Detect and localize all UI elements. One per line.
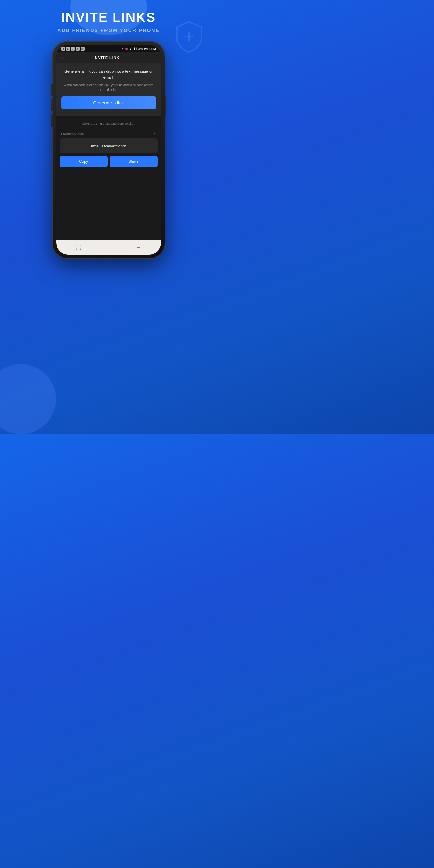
single-use-text: Links are single-use and don't expire. (82, 122, 135, 125)
link-actions: Copy Share (60, 156, 158, 167)
phone-outer-shell: ⚙ ▣ M ▨ ▤ ✦ 🔇 ▲ ▐▐ 96% 2:13 PM ‹ I (53, 42, 165, 258)
close-link-button[interactable]: ✕ (153, 132, 156, 136)
battery-percent: 96% (138, 48, 143, 50)
status-right-info: ✦ 🔇 ▲ ▐▐ 96% 2:13 PM (121, 47, 156, 51)
link-url-box: https://s.team/kmtqddk (60, 138, 158, 153)
status-icon-5: ▤ (81, 47, 85, 51)
app-nav-bar: ‹ INVITE LINK (56, 52, 161, 63)
android-nav-bar: ⬚ □ ← (56, 240, 161, 255)
status-icon-3: M (71, 47, 75, 51)
sub-title: ADD FRIENDS FROM YOUR PHONE (57, 27, 160, 34)
created-date: Created 5/7/2019 (61, 132, 84, 136)
nav-title: INVITE LINK (63, 56, 151, 60)
status-icon-2: ▣ (66, 47, 70, 51)
status-icon-1: ⚙ (61, 47, 65, 51)
link-url: https://s.team/kmtqddk (91, 144, 126, 148)
phone-notch (96, 45, 121, 48)
bluetooth-icon: ✦ (121, 48, 123, 50)
status-left-icons: ⚙ ▣ M ▨ ▤ (61, 47, 85, 51)
phone-screen: ⚙ ▣ M ▨ ▤ ✦ 🔇 ▲ ▐▐ 96% 2:13 PM ‹ I (56, 45, 161, 255)
bottom-space (56, 167, 161, 240)
single-use-note-area: Links are single-use and don't expire. (56, 116, 161, 130)
info-sub-text: When someone clicks on the link, you'll … (61, 83, 156, 92)
signal-icon: ▐▐ (133, 48, 137, 50)
android-back-button[interactable]: ← (136, 244, 141, 251)
link-card-header: Created 5/7/2019 ✕ (60, 130, 158, 138)
phone-mockup: ⚙ ▣ M ▨ ▤ ✦ 🔇 ▲ ▐▐ 96% 2:13 PM ‹ I (53, 42, 165, 258)
shield-bg-icon (172, 19, 207, 56)
main-title: INVITE LINKS (57, 10, 160, 25)
status-time: 2:13 PM (144, 47, 156, 51)
header-area: INVITE LINKS ADD FRIENDS FROM YOUR PHONE (43, 10, 174, 34)
volume-icon: 🔇 (125, 48, 128, 50)
link-card: Created 5/7/2019 ✕ https://s.team/kmtqdd… (60, 130, 158, 167)
generate-link-button[interactable]: Generate a link (61, 96, 156, 109)
android-recent-button[interactable]: ⬚ (76, 244, 81, 251)
status-icon-4: ▨ (76, 47, 80, 51)
bg-blob-decoration (0, 364, 56, 434)
app-content: Generate a link you can drop into a text… (56, 63, 161, 255)
copy-button[interactable]: Copy (60, 156, 108, 167)
share-button[interactable]: Share (110, 156, 158, 167)
wifi-icon: ▲ (129, 48, 132, 50)
android-home-button[interactable]: □ (107, 244, 110, 251)
info-main-text: Generate a link you can drop into a text… (61, 68, 156, 80)
info-card: Generate a link you can drop into a text… (56, 63, 161, 116)
